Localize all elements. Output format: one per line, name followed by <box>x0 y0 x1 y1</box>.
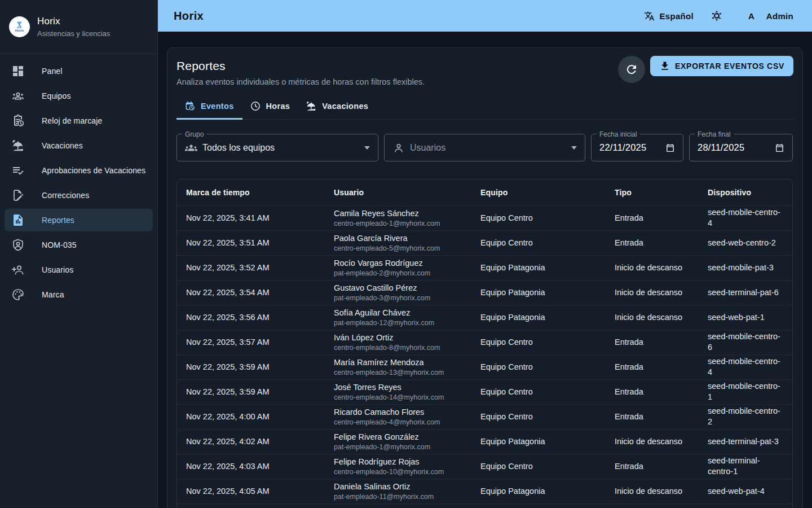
svg-text:Horix: Horix <box>15 29 24 32</box>
